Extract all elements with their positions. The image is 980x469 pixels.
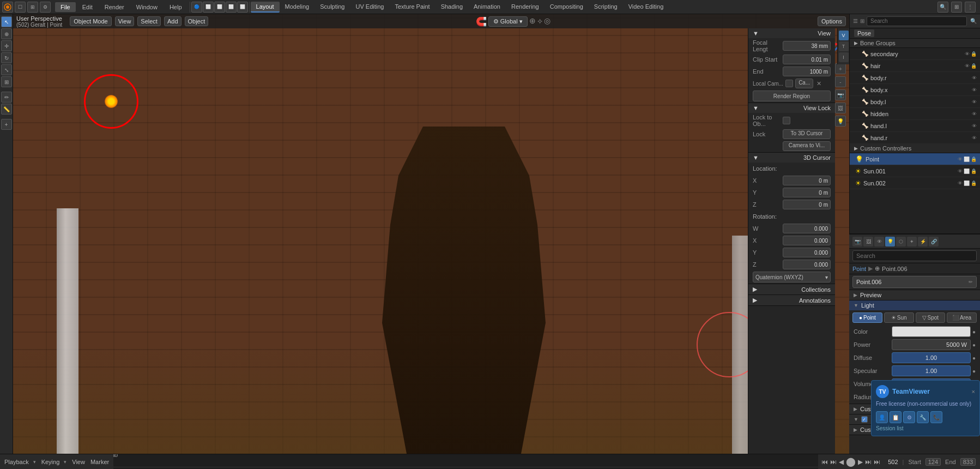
bone-item-hand-l[interactable]: 🦴 hand.l 👁 (850, 120, 980, 132)
icon-2[interactable]: ⬜ (203, 2, 214, 13)
workspace-texture[interactable]: Texture Paint (389, 2, 435, 13)
select-btn-point[interactable]: ⬜ (964, 157, 970, 162)
cursor-section-header[interactable]: ▼ 3D Cursor (748, 153, 835, 163)
menu-window[interactable]: Window (131, 2, 163, 12)
options-button[interactable]: Options (818, 16, 846, 26)
workspace-video[interactable]: Video Editing (623, 2, 669, 13)
blender-logo[interactable] (2, 2, 13, 13)
select-menu[interactable]: Select (137, 16, 161, 26)
eye-icon-hand-l[interactable]: 👁 (972, 123, 977, 129)
cursor-y-value[interactable]: 0 m (783, 188, 831, 197)
outliner-search[interactable] (867, 16, 967, 26)
select-btn-sun002[interactable]: ⬜ (964, 181, 970, 186)
light-section-header[interactable]: ▼ Light (849, 300, 980, 310)
eye-btn-point[interactable]: 👁 (958, 157, 963, 162)
light-type-area[interactable]: ⬛ Area (947, 312, 977, 323)
props-render-icon[interactable]: 📷 (852, 237, 862, 246)
outliner-item-point[interactable]: 💡 Point 👁 ⬜ 🔒 (850, 153, 980, 165)
play-pause-btn[interactable]: ⬤ (846, 456, 856, 467)
view-mode-btn[interactable]: ☐ (15, 2, 26, 13)
more-icon[interactable]: ⋮ (965, 2, 976, 13)
breadcrumb-point[interactable]: Point (852, 266, 866, 272)
tv-session-list[interactable]: Session list (876, 425, 975, 431)
end-value[interactable]: 833 (960, 458, 976, 466)
marker-menu[interactable]: Marker (90, 459, 109, 465)
props-particles-icon[interactable]: ✦ (907, 237, 917, 246)
object-name-field[interactable]: Point.006 ✏ (852, 276, 977, 288)
select-btn-sun001[interactable]: ⬜ (964, 169, 970, 174)
object-menu[interactable]: Object (185, 16, 209, 26)
local-cam-checkbox[interactable] (785, 80, 793, 87)
props-constraints-icon[interactable]: 🔗 (929, 237, 939, 246)
lock-btn-sun001[interactable]: 🔒 (971, 169, 977, 174)
lock-icon-hair[interactable]: 🔒 (971, 63, 977, 69)
eye-icon-hand-r[interactable]: 👁 (972, 135, 977, 141)
diffuse-dot-btn[interactable]: ● (972, 355, 976, 361)
close-cam-icon[interactable]: ✕ (816, 80, 821, 87)
bone-item-hair[interactable]: 🦴 hair 👁 🔒 (850, 60, 980, 72)
outliner-icon[interactable]: ☰ (853, 18, 858, 24)
search-icon[interactable]: 🔍 (937, 2, 948, 13)
tv-btn-call[interactable]: 📞 (930, 411, 942, 423)
to-3d-cursor-btn[interactable]: To 3D Cursor (783, 129, 831, 139)
workspace-animation[interactable]: Animation (468, 2, 506, 13)
workspace-shading[interactable]: Shading (435, 2, 468, 13)
tv-close-btn[interactable]: × (972, 388, 975, 395)
view-lock-header[interactable]: ▼ View Lock (748, 103, 835, 113)
focal-value[interactable]: 38 mm (783, 41, 831, 51)
breadcrumb-point006[interactable]: Point.006 (882, 266, 907, 272)
prev-keyframe-btn[interactable]: ⏭ (830, 458, 837, 466)
zoom-out-icon[interactable]: - (835, 76, 846, 87)
icon-5[interactable]: ⬜ (237, 2, 248, 13)
props-object-icon[interactable]: ⬡ (896, 237, 906, 246)
outliner-item-sun001[interactable]: ☀ Sun.001 👁 ⬜ 🔒 (850, 165, 980, 177)
view-section-header[interactable]: ▼ View (748, 28, 835, 38)
tv-btn-list[interactable]: 📋 (890, 411, 902, 423)
icon-4[interactable]: ⬜ (226, 2, 237, 13)
lock-btn-point[interactable]: 🔒 (971, 157, 977, 162)
props-search-input[interactable] (852, 250, 977, 261)
workspace-uv[interactable]: UV Editing (350, 2, 389, 13)
breadcrumb-object-icon[interactable]: ⊕ (875, 265, 880, 272)
timeline-view-menu[interactable]: View (72, 459, 85, 465)
clip-start-value[interactable]: 0.01 m (783, 55, 831, 64)
menu-edit[interactable]: Edit (77, 2, 98, 12)
light-type-sun[interactable]: ☀ Sun (884, 312, 914, 323)
bone-item-secondary[interactable]: 🦴 secondary 👁 🔒 (850, 48, 980, 60)
render-region-btn[interactable]: Render Region (753, 91, 831, 101)
tv-btn-tools[interactable]: 🔧 (917, 411, 929, 423)
tv-btn-person[interactable]: 👤 (876, 411, 888, 423)
bone-item-hidden[interactable]: 🦴 hidden 👁 (850, 108, 980, 120)
bone-item-hand-r[interactable]: 🦴 hand.r 👁 (850, 132, 980, 144)
bone-item-body-l[interactable]: 🦴 body.l 👁 (850, 96, 980, 108)
keying-menu[interactable]: Keying (41, 459, 60, 465)
add-tool[interactable]: + (1, 119, 12, 130)
bone-groups-header[interactable]: ▶ Bone Groups (850, 39, 980, 48)
workspace-scripting[interactable]: Scripting (589, 2, 623, 13)
light-type-spot[interactable]: ▽ Spot (916, 312, 946, 323)
move-tool[interactable]: ✛ (1, 40, 12, 51)
eye-btn-sun002[interactable]: 👁 (958, 181, 963, 186)
outliner-item-sun002[interactable]: ☀ Sun.002 👁 ⬜ 🔒 (850, 177, 980, 189)
menu-render[interactable]: Render (99, 2, 130, 12)
select-tool[interactable]: ↖ (1, 16, 12, 27)
shadow-checkbox[interactable]: ✓ (861, 416, 868, 423)
icon-3[interactable]: ⬜ (214, 2, 225, 13)
quaternion-dropdown[interactable]: Quaternion (WXYZ) ▾ (753, 272, 831, 282)
bone-item-body-x[interactable]: 🦴 body.x 👁 (850, 84, 980, 96)
annotate-tool[interactable]: ✏ (1, 92, 12, 103)
clip-end-value[interactable]: 1000 m (783, 67, 831, 76)
props-output-icon[interactable]: 🖼 (863, 237, 873, 246)
outliner-filter-icon[interactable]: ⊞ (860, 18, 864, 24)
color-dot-btn[interactable]: ● (972, 329, 976, 335)
viewport[interactable]: User Perspective (502) Geralt | Point Ob… (13, 14, 849, 454)
magnet-icon[interactable]: 🧲 (476, 16, 487, 27)
light-type-point[interactable]: ● Point (852, 312, 882, 323)
custom-controllers-header[interactable]: ▶ Custom Controllers (850, 144, 980, 153)
measure-tool[interactable]: 📏 (1, 104, 12, 115)
view-menu[interactable]: View (115, 16, 135, 26)
transform-tool[interactable]: ⊞ (1, 76, 12, 87)
timeline-track[interactable]: 220 240 260 280 300 320 340 360 380 400 … (113, 454, 818, 469)
step-back-btn[interactable]: ◀ (839, 458, 844, 466)
camera-icon[interactable]: 📷 (835, 89, 846, 100)
